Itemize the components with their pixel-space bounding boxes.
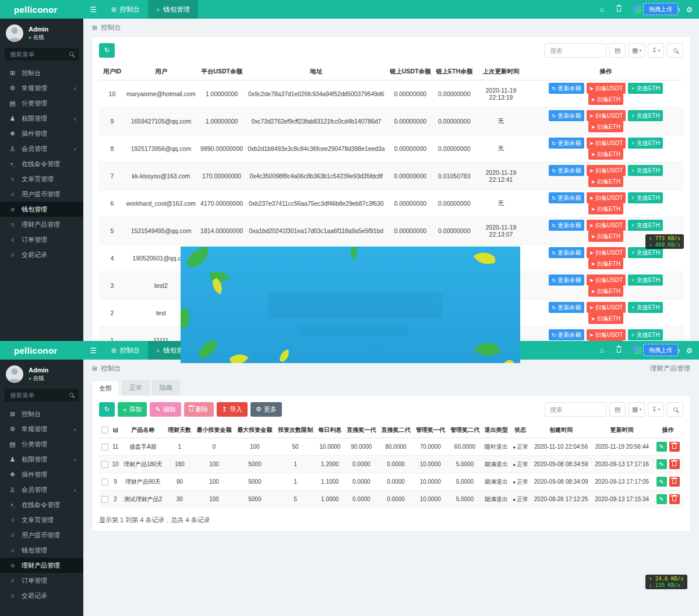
refresh-button[interactable]: ↻	[99, 43, 115, 58]
update-balance-button[interactable]: ↻更新余额	[549, 83, 584, 94]
gear-icon[interactable]: ⚙	[680, 5, 699, 14]
toolbar-import-button[interactable]: ↥导入	[217, 402, 248, 417]
toolbar-delete-button[interactable]: 删除	[184, 402, 214, 417]
tab-normal[interactable]: 正常	[122, 380, 150, 395]
collect-usdt-button[interactable]: ➤归集USDT	[587, 220, 626, 231]
menu-toggle-icon[interactable]: ☰	[83, 346, 103, 355]
select-all-checkbox[interactable]	[101, 427, 108, 434]
sidebar-item-product[interactable]: ○理财产品管理	[0, 217, 83, 232]
recharge-eth-button[interactable]: ⚡充值ETH	[628, 110, 662, 121]
collect-usdt-button[interactable]: ➤归集USDT	[587, 165, 626, 176]
trash-icon[interactable]	[610, 349, 627, 353]
sidebar-item-article[interactable]: ○文章页管理	[0, 512, 83, 527]
collect-eth-button[interactable]: ➤归集ETH	[588, 258, 624, 269]
collect-eth-button[interactable]: ➤归集ETH	[588, 231, 624, 242]
recharge-eth-button[interactable]: ⚡充值ETH	[628, 83, 662, 94]
collect-eth-button[interactable]: ➤归集ETH	[588, 286, 624, 297]
sidebar-item-auth[interactable]: ♟权限管理‹	[0, 452, 83, 467]
sidebar-item-dashboard[interactable]: ⊞控制台	[0, 65, 83, 80]
sidebar-item-trade[interactable]: ○交易记录	[0, 588, 83, 603]
sidebar-item-order[interactable]: ○订单管理	[0, 573, 83, 588]
collect-usdt-button[interactable]: ➤归集USDT	[587, 110, 626, 121]
collect-eth-button[interactable]: ➤归集ETH	[588, 121, 624, 132]
sidebar-item-category[interactable]: ▤分类管理	[0, 437, 83, 452]
recharge-eth-button[interactable]: ⚡充值ETH	[628, 192, 662, 203]
update-balance-button[interactable]: ↻更新余额	[549, 274, 584, 286]
sidebar-item-order[interactable]: ○订单管理	[0, 232, 83, 247]
toolbar-more-button[interactable]: ⚙更多	[250, 402, 282, 417]
sidebar-item-auth[interactable]: ♟权限管理‹	[0, 111, 83, 126]
collect-eth-button[interactable]: ➤归集ETH	[588, 176, 624, 187]
search-button[interactable]	[667, 402, 683, 417]
delete-button[interactable]	[669, 442, 680, 452]
nav-tab-console[interactable]: ⊞控制台	[103, 341, 148, 360]
nav-tab-wallet[interactable]: ○钱包管理	[148, 0, 198, 19]
sidebar-item-wallet[interactable]: ○钱包管理	[0, 543, 83, 558]
update-balance-button[interactable]: ↻更新余额	[549, 165, 584, 176]
sidebar-item-addon[interactable]: ❖插件管理	[0, 467, 83, 482]
row-checkbox[interactable]	[101, 496, 108, 503]
sidebar-item-dashboard[interactable]: ⊞控制台	[0, 406, 83, 421]
sidebar-item-withdraw[interactable]: ○用户提币管理	[0, 527, 83, 543]
tab-hidden[interactable]: 隐藏	[152, 380, 180, 395]
export-button[interactable]: ↧▾	[648, 402, 664, 417]
sidebar-item-article[interactable]: ○文章页管理	[0, 171, 83, 186]
row-checkbox[interactable]	[101, 443, 108, 450]
nav-tab-console[interactable]: ⊞控制台	[103, 0, 148, 19]
collect-eth-button[interactable]: ➤归集ETH	[588, 313, 624, 324]
collect-eth-button[interactable]: ➤归集ETH	[588, 203, 624, 214]
sidebar-item-wallet[interactable]: ○钱包管理	[0, 202, 83, 217]
delete-button[interactable]	[669, 477, 680, 487]
edit-button[interactable]: ✎	[656, 477, 667, 487]
tab-all[interactable]: 全部	[91, 381, 119, 396]
sidebar-item-trade[interactable]: ○交易记录	[0, 247, 83, 262]
row-checkbox[interactable]	[101, 461, 108, 468]
gear-icon[interactable]: ⚙	[680, 346, 699, 355]
update-balance-button[interactable]: ↻更新余额	[549, 247, 584, 258]
export-button[interactable]: ↧▾	[648, 43, 664, 58]
sidebar-item-withdraw[interactable]: ○用户提币管理	[0, 186, 83, 202]
table-search-input[interactable]	[545, 402, 606, 417]
recharge-eth-button[interactable]: ⚡充值ETH	[628, 302, 662, 313]
sidebar-item-member[interactable]: ♙会员管理‹	[0, 482, 83, 497]
edit-button[interactable]: ✎	[656, 459, 667, 469]
sidebar-item-general[interactable]: ⚙常规管理‹	[0, 80, 83, 96]
collect-usdt-button[interactable]: ➤归集USDT	[587, 302, 626, 313]
recharge-eth-button[interactable]: ⚡充值ETH	[628, 329, 662, 340]
search-button[interactable]	[667, 43, 683, 58]
update-balance-button[interactable]: ↻更新余额	[549, 192, 584, 203]
table-search-input[interactable]	[545, 43, 606, 58]
menu-search-input[interactable]	[5, 389, 79, 402]
delete-button[interactable]	[669, 459, 680, 469]
collect-usdt-button[interactable]: ➤归集USDT	[587, 192, 626, 203]
sidebar-item-general[interactable]: ⚙常规管理‹	[0, 421, 83, 437]
sidebar-item-command[interactable]: >_在线命令管理	[0, 497, 83, 512]
toolbar-add-button[interactable]: +添加	[118, 402, 147, 417]
collect-usdt-button[interactable]: ➤归集USDT	[587, 274, 626, 286]
apps-icon[interactable]	[633, 5, 641, 13]
menu-toggle-icon[interactable]: ☰	[83, 5, 103, 14]
sidebar-item-category[interactable]: ▤分类管理	[0, 96, 83, 111]
recharge-eth-button[interactable]: ⚡充值ETH	[628, 220, 662, 231]
collect-usdt-button[interactable]: ➤归集USDT	[587, 329, 626, 340]
edit-button[interactable]: ✎	[656, 442, 667, 452]
columns-button[interactable]: ▦▾	[629, 43, 645, 58]
trash-icon[interactable]	[610, 8, 627, 12]
recharge-eth-button[interactable]: ⚡充值ETH	[628, 165, 662, 176]
apps-icon[interactable]	[633, 346, 641, 354]
recharge-eth-button[interactable]: ⚡充值ETH	[628, 138, 662, 149]
recharge-eth-button[interactable]: ⚡充值ETH	[628, 274, 662, 286]
paging-toggle-button[interactable]: ▤	[609, 402, 626, 417]
sidebar-item-product[interactable]: ○理财产品管理	[0, 558, 83, 573]
home-icon[interactable]: ⌂	[593, 5, 610, 13]
row-checkbox[interactable]	[101, 478, 108, 485]
columns-button[interactable]: ▦▾	[629, 402, 645, 417]
delete-button[interactable]	[669, 494, 680, 504]
edit-button[interactable]: ✎	[656, 494, 667, 504]
toolbar-edit-button[interactable]: ✎编辑	[150, 402, 181, 417]
sidebar-item-member[interactable]: ♙会员管理‹	[0, 141, 83, 156]
sidebar-item-addon[interactable]: ❖插件管理	[0, 126, 83, 141]
paging-toggle-button[interactable]: ▤	[609, 43, 626, 58]
toolbar-refresh-button[interactable]: ↻	[99, 402, 115, 417]
update-balance-button[interactable]: ↻更新余额	[549, 220, 584, 231]
